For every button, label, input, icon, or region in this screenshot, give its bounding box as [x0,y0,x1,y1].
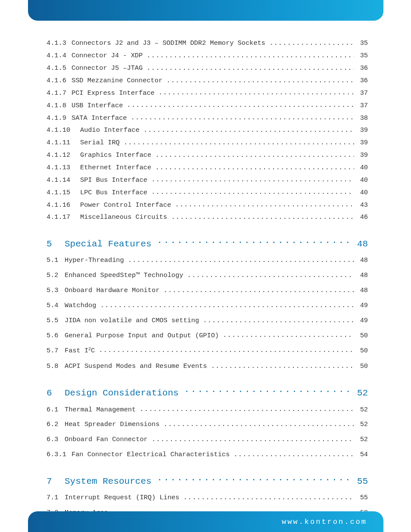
toc-entry[interactable]: 4.1.8USB Interface 37 [47,99,368,112]
toc-entry[interactable]: 6.1Thermal Management 52 [47,403,368,416]
toc-leader-dots [157,473,350,484]
toc-entry[interactable]: 5.7Fast I2C 50 [47,344,368,358]
toc-entry-title: USB Interface [72,100,123,112]
toc-leader-dots [184,385,350,395]
toc-leader-dots [140,403,354,411]
toc-entry-number: 5.4 [47,299,65,312]
toc-entry[interactable]: 4.1.17Miscellaneous Circuits 46 [47,211,368,224]
toc-entry-page: 35 [358,37,368,50]
toc-entry[interactable]: 5.6General Purpose Input and Output (GPI… [47,329,368,342]
toc-entry-number: 6.3.1 [47,448,72,461]
toc-entry-number: 5.2 [47,269,65,282]
toc-entry[interactable]: 4.1.14SPI Bus Interface 40 [47,174,368,186]
toc-entry-title: Interrupt Request (IRQ) Lines [65,492,179,504]
toc-entry-title: SATA Interface [72,112,127,124]
toc-entry-number: 5.1 [47,254,65,267]
toc-entry-title: Power Control Interface [80,199,171,212]
toc-entry-number: 4.1.16 [47,199,80,212]
toc-leader-dots [100,299,355,307]
toc-leader-dots [128,254,355,262]
toc-entry[interactable]: 4.1.3Connectors J2 and J3 – SODIMM DDR2 … [47,37,368,50]
toc-entry[interactable]: 6.3.1Fan Connector Electrical Characteri… [47,448,368,461]
toc-entry-number: 5.6 [47,330,65,342]
toc-entry-title: Watchdog [65,299,96,312]
toc-chapter[interactable]: 6Design Considerations 52 [47,385,368,398]
toc-entry[interactable]: 4.1.9SATA Interface 38 [47,112,368,124]
toc-entry[interactable]: 4.1.16Power Control Interface 43 [47,199,368,211]
footer-url: www.kontron.com [282,518,367,526]
toc-entry[interactable]: 4.1.6SSD Mezzanine Connector 36 [47,75,368,87]
toc-entry[interactable]: 5.4Watchdog 49 [47,299,368,312]
toc-leader-dots [187,269,355,277]
toc-entry-page: 54 [358,448,368,461]
toc-leader-dots [164,418,355,426]
toc-entry[interactable]: 6.3Onboard Fan Connector 52 [47,433,368,446]
toc-leader-dots [157,236,350,246]
toc-entry[interactable]: 4.1.15LPC Bus Interface 40 [47,186,368,199]
toc-entry-number: 5.3 [47,284,65,297]
toc-leader-dots [143,124,355,132]
toc-entry[interactable]: 4.1.13Ethernet Interface 40 [47,162,368,174]
toc-entry-page: 35 [358,50,368,62]
toc-entry[interactable]: 5.3Onboard Hardware Monitor 48 [47,284,368,297]
toc-leader-dots [175,199,354,206]
toc-leader-dots [159,87,354,94]
toc-chapter-title: Design Considerations [65,388,179,398]
toc-chapter[interactable]: 7System Resources 55 [47,473,368,486]
toc-entry[interactable]: 4.1.5Connector J5 –JTAG 36 [47,62,368,75]
toc-entry-title: Heat Spreader Dimensions [65,418,159,431]
toc-leader-dots [152,433,354,441]
toc-entry-page: 38 [358,112,368,124]
toc-entry[interactable]: 4.1.7PCI Express Interface 37 [47,87,368,99]
toc-entry-number: 4.1.14 [47,174,80,187]
toc-entry[interactable]: 5.5JIDA non volatile and CMOS setting 49 [47,314,368,327]
toc-leader-dots [166,75,354,82]
toc-entry-page: 37 [358,87,368,100]
toc-entry-number: 6.2 [47,418,65,431]
toc-entry-title: Enhanced SpeedStep™ Technology [65,269,183,282]
toc-entry[interactable]: 6.2Heat Spreader Dimensions 52 [47,418,368,431]
toc-entry-title: SPI Bus Interface [80,174,147,187]
toc-entry-page: 48 [358,269,368,282]
toc-entry[interactable]: 5.2Enhanced SpeedStep™ Technology 48 [47,269,368,282]
toc-entry-title: JIDA non volatile and CMOS setting [65,314,199,327]
toc-entry[interactable]: 5.8ACPI Suspend Modes and Resume Events … [47,360,368,373]
toc-chapter-page: 48 [355,239,368,249]
toc-leader-dots [146,50,354,57]
toc-leader-dots [234,448,354,456]
toc-leader-dots [171,211,354,219]
toc-entry-page: 52 [358,433,368,446]
toc-entry-title: Miscellaneous Circuits [80,211,167,224]
toc-entry-number: 4.1.13 [47,162,80,174]
toc-entry-page: 37 [358,100,368,112]
toc-entry[interactable]: 4.1.4Connector J4 - XDP 35 [47,50,368,62]
toc-entry-page: 40 [358,187,368,199]
toc-entry-page: 55 [358,492,368,504]
toc-entry-number: 4.1.4 [47,50,72,62]
toc-entry-page: 40 [358,174,368,187]
toc-entry[interactable]: 5.1Hyper-Threading 48 [47,254,368,267]
toc-chapter-number: 7 [47,476,65,486]
toc-entry-page: 40 [358,162,368,174]
toc-entry-title: Serial IRQ [80,137,120,149]
toc-entry[interactable]: 4.1.12Graphics Interface 39 [47,149,368,162]
toc-entry-title: Connector J5 –JTAG [72,62,143,75]
toc-chapter[interactable]: 5Special Features 48 [47,236,368,249]
toc-entry[interactable]: 7.1Interrupt Request (IRQ) Lines 55 [47,492,368,504]
toc-entry-number: 7.1 [47,492,65,504]
toc-entry[interactable]: 4.1.11Serial IRQ 39 [47,137,368,149]
toc-chapter-page: 52 [355,388,368,398]
toc-chapter-title: System Resources [65,476,152,486]
toc-entry-number: 4.1.5 [47,62,72,75]
toc-entry-page: 39 [358,124,368,137]
toc-leader-dots [151,186,354,194]
toc-chapter-page: 55 [355,476,368,486]
toc-entry-number: 4.1.15 [47,187,80,199]
toc-entry-page: 39 [358,137,368,149]
toc-entry-title: Connectors J2 and J3 – SODIMM DDR2 Memor… [72,37,265,50]
toc-entry-title: Thermal Management [65,404,136,416]
toc-entry-title: Ethernet Interface [80,162,151,174]
toc-entry-page: 36 [358,62,368,75]
toc-entry[interactable]: 4.1.10Audio Interface 39 [47,124,368,137]
toc-leader-dots [164,284,355,292]
